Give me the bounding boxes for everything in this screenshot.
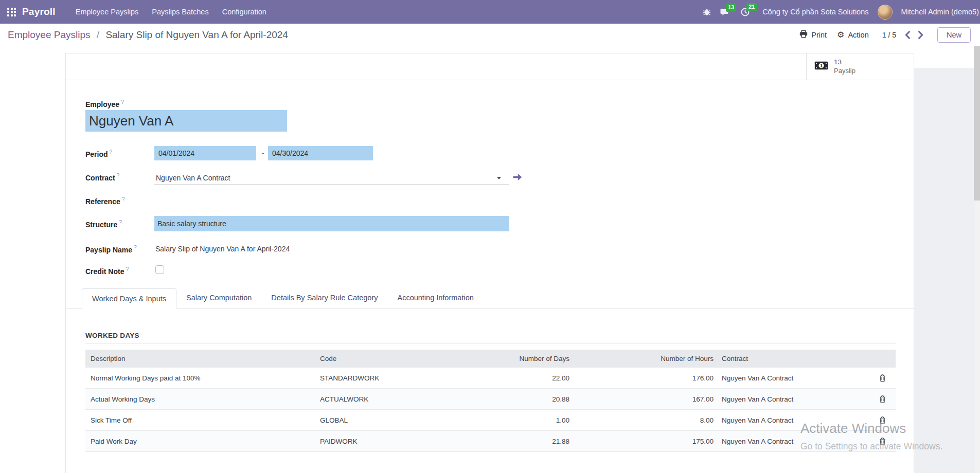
control-panel-actions: Print ⚙ Action 1 / 5 New [799, 27, 971, 43]
cell-hours[interactable]: 167.00 [574, 395, 718, 403]
table-row[interactable]: Paid Work Day PAIDWORK 21.88 175.00 Nguy… [85, 431, 896, 452]
app-name[interactable]: Payroll [22, 6, 56, 17]
help-icon[interactable]: ? [117, 172, 120, 178]
svg-text:1: 1 [820, 63, 823, 68]
period-from-field[interactable]: 04/01/2024 [154, 146, 256, 160]
help-icon[interactable]: ? [110, 149, 113, 155]
activities-icon[interactable]: 21 [741, 8, 750, 16]
cell-hours[interactable]: 176.00 [574, 374, 718, 382]
stat-label: Payslip [834, 67, 856, 75]
print-button[interactable]: Print [799, 30, 827, 40]
col-contract[interactable]: Contract [718, 355, 869, 362]
cell-description[interactable]: Actual Working Days [85, 395, 315, 403]
tab-accounting-information[interactable]: Accounting Information [387, 288, 483, 308]
credit-note-checkbox[interactable] [155, 265, 164, 274]
section-divider [85, 343, 896, 343]
user-name[interactable]: Mitchell Admin (demo5) [901, 8, 979, 16]
vertical-scrollbar[interactable] [974, 46, 980, 473]
help-icon[interactable]: ? [119, 219, 122, 225]
table-header-row: Description Code Number of Days Number o… [85, 350, 896, 368]
col-code[interactable]: Code [315, 355, 434, 362]
apps-grid-icon[interactable] [7, 8, 16, 16]
pager-previous-icon[interactable] [903, 30, 912, 40]
cell-days[interactable]: 21.88 [434, 438, 574, 445]
action-button[interactable]: ⚙ Action [837, 31, 869, 39]
money-bill-icon: 1 [814, 61, 828, 72]
cell-description[interactable]: Normal Working Days paid at 100% [85, 374, 315, 382]
delete-row-icon[interactable] [879, 416, 886, 424]
cell-code[interactable]: PAIDWORK [315, 438, 434, 445]
breadcrumb-current: Salary Slip of Nguyen Van A for April-20… [105, 29, 288, 40]
payslip-name-field[interactable]: Salary Slip of Nguyen Van A for April-20… [155, 245, 290, 253]
delete-row-icon[interactable] [879, 374, 886, 382]
tab-details-by-salary-rule-category[interactable]: Details By Salary Rule Category [261, 288, 387, 308]
help-icon[interactable]: ? [126, 266, 129, 272]
contract-value: Nguyen Van A Contract [156, 174, 230, 182]
right-gutter [914, 68, 974, 473]
cell-contract[interactable]: Nguyen Van A Contract [718, 395, 869, 403]
cell-days[interactable]: 1.00 [434, 416, 574, 424]
cell-description[interactable]: Paid Work Day [85, 438, 315, 445]
employee-field[interactable]: Nguyen Van A [85, 110, 287, 132]
table-row[interactable]: Sick Time Off GLOBAL 1.00 8.00 Nguyen Va… [85, 410, 896, 431]
stat-count: 13 [834, 58, 856, 67]
tab-worked-days-inputs[interactable]: Worked Days & Inputs [82, 288, 176, 308]
contract-field[interactable]: Nguyen Van A Contract [154, 171, 509, 185]
scrollbar-thumb[interactable] [974, 46, 980, 201]
col-description[interactable]: Description [85, 355, 315, 362]
new-button[interactable]: New [937, 27, 971, 43]
pager-value: 1 / 5 [882, 31, 896, 39]
table-row[interactable]: Normal Working Days paid at 100% STANDAR… [85, 368, 896, 389]
pager-next-icon[interactable] [917, 30, 925, 40]
period-to-field[interactable]: 04/30/2024 [268, 146, 373, 160]
cell-contract[interactable]: Nguyen Van A Contract [718, 438, 869, 445]
credit-note-label: Credit Note? [85, 266, 129, 276]
structure-label: Structure? [85, 219, 122, 229]
contract-label: Contract? [85, 172, 119, 182]
cell-hours[interactable]: 175.00 [574, 438, 718, 445]
cell-code[interactable]: ACTUALWORK [315, 395, 434, 403]
control-panel: Employee Payslips / Salary Slip of Nguye… [0, 24, 980, 46]
cell-days[interactable]: 22.00 [434, 374, 574, 382]
cell-code[interactable]: STANDARDWORK [315, 374, 434, 382]
help-icon[interactable]: ? [122, 196, 125, 202]
table-row[interactable]: Actual Working Days ACTUALWORK 20.88 167… [85, 389, 896, 410]
cell-code[interactable]: GLOBAL [315, 416, 434, 424]
worked-days-table: Description Code Number of Days Number o… [85, 350, 896, 452]
debug-bug-icon[interactable] [703, 8, 711, 16]
button-box: 1 13 Payslip [66, 53, 914, 80]
notebook-tabs: Worked Days & Inputs Salary Computation … [66, 288, 914, 308]
structure-field[interactable]: Basic salary structure [154, 216, 509, 231]
cell-days[interactable]: 20.88 [434, 395, 574, 403]
form-sheet: 1 13 Payslip Employee? Nguyen Van A Peri… [65, 53, 914, 473]
delete-row-icon[interactable] [879, 395, 886, 403]
cell-contract[interactable]: Nguyen Van A Contract [718, 374, 869, 382]
worked-days-section-title: WORKED DAYS [85, 332, 139, 339]
navbar-systray: 13 21 Công ty Cổ phần Sota Solutions Mit… [703, 0, 980, 24]
company-name[interactable]: Công ty Cổ phần Sota Solutions [762, 8, 868, 16]
payslip-name-label: Payslip Name? [85, 244, 137, 254]
delete-row-icon[interactable] [879, 438, 886, 445]
employee-label: Employee? [85, 99, 124, 108]
menu-employee-payslips[interactable]: Employee Payslips [69, 0, 146, 24]
help-icon[interactable]: ? [134, 244, 137, 250]
tab-salary-computation[interactable]: Salary Computation [176, 288, 261, 308]
period-separator: - [262, 149, 264, 157]
breadcrumb-parent[interactable]: Employee Payslips [8, 29, 91, 40]
cell-hours[interactable]: 8.00 [574, 416, 718, 424]
col-number-of-hours[interactable]: Number of Hours [574, 355, 718, 362]
cell-description[interactable]: Sick Time Off [85, 416, 315, 424]
payslip-stat-button[interactable]: 1 13 Payslip [806, 53, 914, 80]
dropdown-caret-icon[interactable] [497, 177, 501, 179]
avatar[interactable] [878, 5, 893, 20]
breadcrumb: Employee Payslips / Salary Slip of Nguye… [8, 29, 288, 41]
menu-payslips-batches[interactable]: Payslips Batches [145, 0, 215, 24]
messages-icon[interactable]: 13 [720, 8, 729, 16]
reference-label: Reference? [85, 196, 125, 206]
cell-contract[interactable]: Nguyen Van A Contract [718, 416, 869, 424]
col-number-of-days[interactable]: Number of Days [434, 355, 574, 362]
help-icon[interactable]: ? [121, 99, 124, 105]
menu-configuration[interactable]: Configuration [216, 0, 273, 24]
internal-link-arrow-icon[interactable] [512, 173, 524, 183]
period-label: Period? [85, 149, 112, 158]
